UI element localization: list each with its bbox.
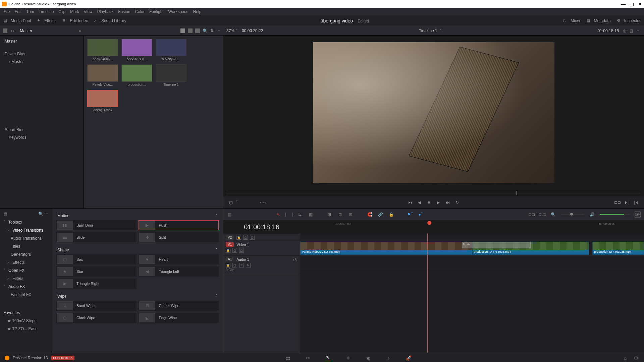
zoom-detail-icon[interactable]: ⊏.⊐: [539, 212, 545, 218]
fx-triangle-left[interactable]: ◀Triangle Left: [139, 266, 219, 277]
cat-favorites[interactable]: Favorites: [0, 309, 52, 317]
menu-fusion[interactable]: Fusion: [118, 9, 130, 14]
v1-lock-icon[interactable]: 🔒: [226, 248, 230, 253]
thumb-5[interactable]: Timeline 1: [156, 64, 186, 86]
stop-button[interactable]: ■: [426, 199, 432, 205]
dim-toggle[interactable]: DIM: [635, 212, 641, 218]
page-media[interactable]: ▤: [284, 355, 291, 361]
cat-open-fx[interactable]: ˅Open FX: [0, 266, 52, 275]
timeline-view-icon[interactable]: ▤: [226, 212, 232, 218]
effects-toggle[interactable]: ✦ Effects: [37, 18, 56, 23]
track-header-v1[interactable]: V1Video 1 🔒▢▢: [223, 241, 300, 256]
list-view-icon[interactable]: [195, 28, 200, 33]
lane-v1[interactable]: production ID 4763035.mp4production ID 4…: [300, 241, 644, 256]
bin-view-icon[interactable]: [3, 28, 7, 33]
group-shape[interactable]: Shape˄: [56, 246, 219, 254]
timeline-playhead[interactable]: [427, 234, 428, 353]
menu-file[interactable]: File: [3, 9, 10, 14]
replace-tool[interactable]: ⊟: [348, 212, 354, 218]
cat-generators[interactable]: Generators: [0, 250, 52, 258]
grid-view-icon[interactable]: [188, 28, 193, 33]
blade-tool[interactable]: ▦: [308, 212, 314, 218]
a1-mute-icon[interactable]: M: [246, 263, 251, 267]
fx-center-wipe[interactable]: ⊟Center Wipe: [139, 301, 219, 311]
thumb-view-icon[interactable]: [180, 28, 185, 33]
timeline-body[interactable]: production ID 4763035.mp4production ID 4…: [300, 234, 644, 353]
fx-triangle-right[interactable]: ▶Triangle Right: [56, 279, 137, 289]
power-bins-header[interactable]: Power Bins: [2, 50, 82, 58]
cat-titles[interactable]: Titles: [0, 242, 52, 250]
sound-library-toggle[interactable]: ♪ Sound Library: [94, 18, 126, 23]
folder-master[interactable]: Master: [2, 38, 82, 45]
thumb-3[interactable]: Pexels Vide...: [87, 64, 118, 86]
mixer-toggle[interactable]: ⎍ Mixer: [563, 18, 580, 23]
effects-search-icon[interactable]: 🔍 ⋯: [38, 212, 48, 216]
menu-help[interactable]: Help: [193, 9, 202, 14]
page-deliver[interactable]: 🚀: [405, 355, 412, 361]
timeline-name[interactable]: Timeline 1: [419, 28, 437, 33]
v2-auto-icon[interactable]: ▢: [243, 235, 248, 240]
page-cut[interactable]: ✂: [305, 355, 311, 361]
page-color[interactable]: ◉: [365, 355, 372, 361]
flag-tool[interactable]: ⚑˅: [407, 212, 413, 218]
lane-v2[interactable]: [300, 234, 644, 241]
edit-index-toggle[interactable]: ≡ Edit Index: [63, 18, 88, 23]
snap-tool[interactable]: 🧲: [367, 212, 373, 218]
clip-0[interactable]: Pexels Videos 2818546.mp4: [300, 242, 472, 255]
cat-audio-fx[interactable]: ˅Audio FX: [0, 283, 52, 291]
close-button[interactable]: ✕: [638, 1, 642, 7]
clip-2[interactable]: production ID 4763035.mp4: [592, 242, 644, 255]
lane-a1[interactable]: [300, 256, 644, 269]
cat-toolbox[interactable]: ˅Toolbox: [0, 218, 52, 226]
metadata-toggle[interactable]: ▦ Metadata: [587, 18, 611, 23]
ruler-playhead[interactable]: [427, 221, 431, 225]
menu-trim[interactable]: Trim: [26, 9, 34, 14]
minimize-button[interactable]: —: [621, 1, 626, 7]
viewer-image[interactable]: [313, 42, 554, 183]
breadcrumb[interactable]: Master: [20, 28, 32, 33]
settings-icon[interactable]: ⚙: [633, 355, 639, 361]
track-header-v2[interactable]: V2 🔒▢▢: [223, 234, 300, 241]
v1-auto-icon[interactable]: ▢: [232, 248, 237, 253]
v1-enable-icon[interactable]: ▢: [239, 248, 244, 253]
transition-push[interactable]: Push: [462, 242, 531, 248]
menu-fairlight[interactable]: Fairlight: [149, 9, 164, 14]
thumb-2[interactable]: big-city-29...: [156, 39, 186, 61]
thumb-6[interactable]: video(1).mp4: [87, 90, 118, 112]
prev-edit-icon[interactable]: |⏴: [633, 199, 639, 205]
maximize-button[interactable]: ▢: [630, 1, 634, 7]
a1-lock-icon[interactable]: 🔒: [226, 263, 230, 267]
cat-fairlight-fx[interactable]: Fairlight FX: [0, 291, 52, 299]
menu-clip[interactable]: Clip: [58, 9, 65, 14]
menu-timeline[interactable]: Timeline: [39, 9, 54, 14]
page-fusion[interactable]: ⚛: [345, 355, 352, 361]
v2-lock-icon[interactable]: 🔒: [236, 235, 241, 240]
cat-audio-transitions[interactable]: Audio Transitions: [0, 234, 52, 242]
more-viewer-icon[interactable]: ⋯: [637, 28, 641, 33]
menu-view[interactable]: View: [84, 9, 93, 14]
fx-edge-wipe[interactable]: ◣Edge Wipe: [139, 313, 219, 323]
lock-tool[interactable]: 🔒: [388, 212, 394, 218]
match-frame-icon[interactable]: ▢: [228, 199, 234, 205]
playhead-marker[interactable]: [517, 191, 517, 195]
search-icon[interactable]: 🔍: [203, 28, 208, 33]
page-edit[interactable]: ✎: [325, 355, 331, 361]
insert-tool[interactable]: ⊞: [326, 212, 332, 218]
bypass-icon[interactable]: ◎: [623, 28, 626, 33]
selection-tool[interactable]: ↖: [275, 212, 281, 218]
cat-effects[interactable]: ›Effects: [0, 258, 52, 266]
home-icon[interactable]: ⌂: [622, 355, 629, 361]
v2-enable-icon[interactable]: ▢: [250, 235, 255, 240]
thumb-4[interactable]: production...: [121, 64, 152, 86]
dynamic-trim-tool[interactable]: ⇆: [297, 212, 303, 218]
thumb-0[interactable]: bear-34006...: [87, 39, 118, 61]
next-edit-icon[interactable]: ⏵|: [624, 199, 630, 205]
play-button[interactable]: ▶: [435, 199, 441, 205]
timeline-ruler[interactable]: 01:00:18:00 01:00:20:00: [300, 220, 644, 234]
group-motion[interactable]: Motion˄: [56, 212, 219, 220]
first-frame-button[interactable]: ⏮: [407, 199, 413, 205]
smart-bin-keywords[interactable]: Keywords: [2, 134, 82, 141]
cat-video-transitions[interactable]: ›Video Transitions: [0, 226, 52, 234]
fx-star[interactable]: ★Star: [56, 266, 137, 277]
track-header-a1[interactable]: A1Audio 12.0 🔒▢SM 0 Clip: [223, 256, 300, 275]
